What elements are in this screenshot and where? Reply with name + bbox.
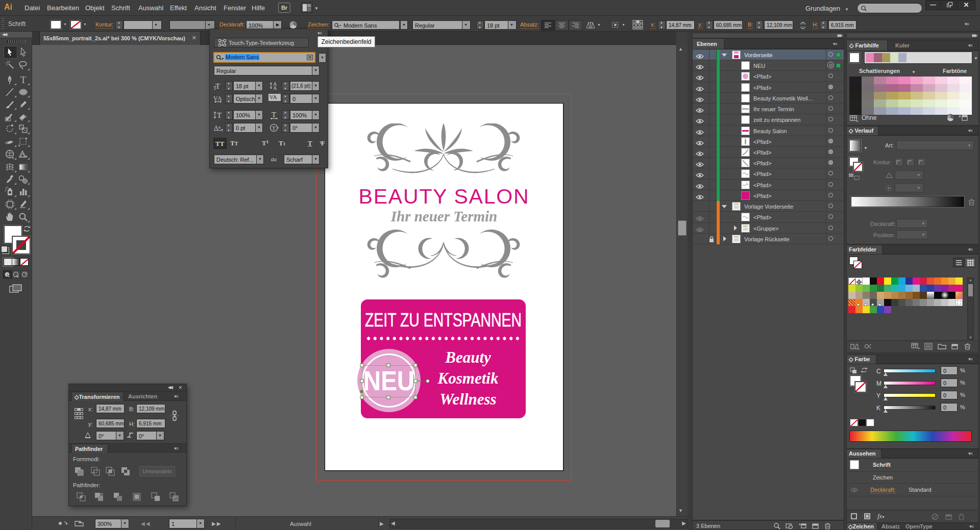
svg-text:a: a — [218, 124, 220, 130]
svg-text:A: A — [214, 124, 218, 131]
svg-text:A: A — [217, 95, 222, 102]
svg-text:T: T — [221, 41, 224, 46]
svg-text:A: A — [273, 85, 277, 90]
svg-text:T: T — [20, 74, 27, 85]
svg-text:T: T — [272, 125, 276, 131]
svg-text:T: T — [272, 111, 276, 119]
svg-text:T: T — [213, 85, 216, 90]
svg-text:T: T — [217, 111, 222, 119]
